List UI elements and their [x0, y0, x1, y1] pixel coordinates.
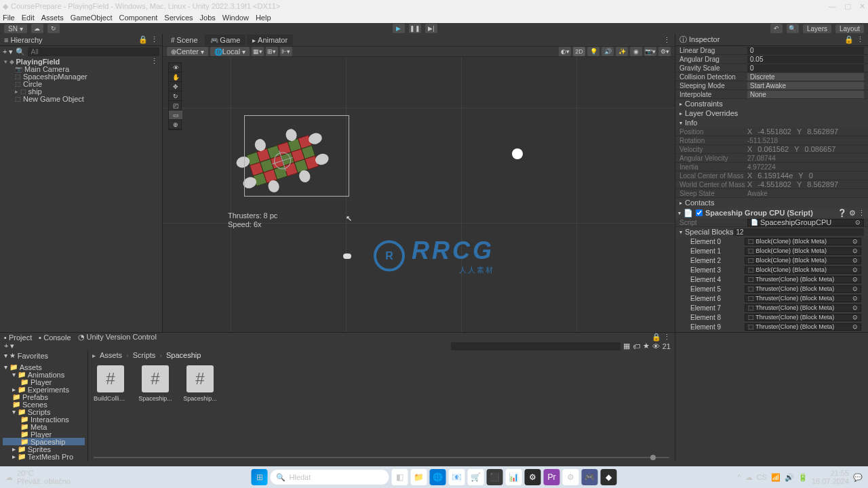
menu-jobs[interactable]: Jobs [200, 14, 216, 22]
thumbnail-size-slider[interactable] [94, 457, 669, 458]
folder-item[interactable]: ▾ 📁 Assets [3, 363, 85, 371]
lighting-toggle-icon[interactable]: 💡 [587, 47, 599, 56]
rect-tool-icon[interactable]: ▭ [169, 110, 182, 120]
scene-view[interactable]: 👁 ✋ ✥ ↻ ◰ ▭ ⊕ [163, 57, 675, 332]
menu-edit[interactable]: Edit [22, 14, 35, 22]
folder-item[interactable]: ▸ 📁 TextMesh Pro [3, 453, 85, 460]
app-icon[interactable]: 🌐 [430, 469, 446, 485]
start-button[interactable]: ⊞ [252, 469, 268, 485]
scene-cam-icon[interactable]: 📷▾ [644, 47, 656, 56]
sleeping-mode-dropdown[interactable]: Start Awake [747, 82, 864, 89]
gizmos-dropdown[interactable]: ⚙▾ [658, 47, 671, 56]
view-tool-icon[interactable]: 👁 [169, 63, 182, 73]
hierarchy-tab[interactable]: ≡ Hierarchy [4, 36, 43, 44]
constraints-foldout[interactable]: Constraints [685, 100, 723, 108]
layer-overrides-foldout[interactable]: Layer Overrides [685, 109, 738, 117]
app-icon[interactable]: Pr [544, 469, 560, 485]
folder-item[interactable]: ▸ 📁 Sprites [3, 445, 85, 453]
hierarchy-item[interactable]: ▸ ⬚ship [3, 87, 159, 95]
undo-history-icon[interactable]: ↶ [770, 24, 783, 33]
transform-tool-icon[interactable]: ⊕ [169, 120, 182, 129]
collision-detection-dropdown[interactable]: Discrete [747, 73, 864, 81]
folder-item[interactable]: 📁 Interactions [3, 415, 85, 423]
tab-console[interactable]: ▪ Console [39, 333, 71, 342]
hierarchy-item[interactable]: ⬚New Game Object [3, 95, 159, 102]
spaceship-cpu-component[interactable]: ▾📄Spaceship Group CPU (Script)❔ ⚙ ⋮ [675, 207, 868, 218]
tray-wifi-icon[interactable]: 📶 [771, 473, 781, 482]
menu-assets[interactable]: Assets [41, 14, 64, 22]
cloud-icon[interactable]: ☁ [31, 24, 43, 33]
tray-language[interactable]: CS [757, 473, 767, 481]
app-icon[interactable]: 📊 [506, 469, 522, 485]
folder-item[interactable]: ▸ 📁 Experiments [3, 386, 85, 393]
favorites-folder[interactable]: ▾ ★ Favorites [3, 352, 85, 359]
element-object-field[interactable]: ⬚ Block(Clone) (Block Meta)⊙ [745, 266, 861, 274]
hierarchy-lock-icon[interactable]: 🔒 [138, 35, 148, 44]
pause-button[interactable]: ❚❚ [409, 24, 421, 33]
asset-item[interactable]: #Spaceship... [183, 365, 217, 402]
inspector-lock-icon[interactable]: 🔒 [844, 35, 854, 44]
element-object-field[interactable]: ⬚ Block(Clone) (Block Meta)⊙ [745, 238, 861, 245]
rotate-tool-icon[interactable]: ↻ [169, 92, 182, 101]
step-button[interactable]: ▶| [425, 24, 437, 33]
selection-gizmo[interactable] [244, 115, 349, 197]
app-icon[interactable]: ⚙ [563, 469, 579, 485]
tray-onedrive-icon[interactable]: ☁ [745, 473, 753, 482]
tab-version-control[interactable]: ◔ Unity Version Control [78, 333, 157, 342]
app-icon[interactable]: 📧 [449, 469, 465, 485]
taskview-icon[interactable]: ◧ [392, 469, 408, 485]
app-icon[interactable]: 📁 [411, 469, 427, 485]
global-search-icon[interactable]: 🔍 [787, 24, 799, 33]
scene-row[interactable]: ▾ ◆PlayingField⋮ [3, 58, 159, 65]
maximize-button[interactable]: ▢ [844, 2, 851, 11]
hierarchy-search-input[interactable] [28, 47, 159, 56]
app-icon[interactable]: ⚙ [525, 469, 541, 485]
folder-item[interactable]: 📁 Meta [3, 423, 85, 430]
folder-item[interactable]: 📁 Player [3, 430, 85, 438]
tabs-more-icon[interactable]: ⋮ [663, 36, 675, 45]
app-icon[interactable]: ◆ [601, 469, 617, 485]
grid-toggle-icon[interactable]: ▦▾ [252, 47, 264, 56]
menu-services[interactable]: Services [164, 14, 193, 22]
element-object-field[interactable]: ⬚ Thruster(Clone) (Block Meta)⊙ [745, 276, 861, 283]
folder-item[interactable]: 📁 Scenes [3, 401, 85, 408]
taskbar-search[interactable]: 🔍Hledat [271, 470, 389, 485]
scale-tool-icon[interactable]: ◰ [169, 101, 182, 110]
tray-volume-icon[interactable]: 🔊 [785, 473, 794, 482]
menu-component[interactable]: Component [119, 14, 157, 22]
element-object-field[interactable]: ⬚ Block(Clone) (Block Meta)⊙ [745, 247, 861, 255]
fx-toggle-icon[interactable]: ✨ [616, 47, 628, 56]
plus-icon[interactable]: + ▾ [4, 342, 14, 350]
tab-game[interactable]: 🎮 Game [205, 35, 246, 45]
space-dropdown[interactable]: 🌐Local ▾ [210, 47, 250, 56]
plus-icon[interactable]: + ▾ [3, 47, 13, 56]
component-enabled-checkbox[interactable] [696, 209, 703, 216]
layout-dropdown[interactable]: Layout [835, 24, 864, 33]
element-object-field[interactable]: ⬚ Thruster(Clone) (Block Meta)⊙ [745, 285, 861, 293]
draw-mode-icon[interactable]: ◐▾ [559, 47, 571, 56]
menu-gameobject[interactable]: GameObject [71, 14, 113, 22]
special-blocks-foldout[interactable]: Special Blocks [685, 228, 734, 236]
tab-scene[interactable]: # Scene [165, 35, 203, 45]
app-icon[interactable]: ⬛ [487, 469, 503, 485]
info-foldout[interactable]: Info [685, 119, 697, 127]
weather-widget[interactable]: 20°CPřeváž. oblačno [17, 469, 71, 485]
folder-item[interactable]: ▾ 📁 Scripts [3, 408, 85, 415]
hand-tool-icon[interactable]: ✋ [169, 73, 182, 82]
scene-vis-icon[interactable]: ◉ [630, 47, 642, 56]
search-by-label-icon[interactable]: 🏷 [633, 342, 640, 350]
element-object-field[interactable]: ⬚ Block(Clone) (Block Meta)⊙ [745, 257, 861, 264]
circle-object[interactable] [512, 148, 523, 159]
tray-battery-icon[interactable]: 🔋 [798, 473, 808, 482]
hierarchy-item[interactable]: 📷Main Camera [3, 65, 159, 73]
app-icon[interactable]: 🎮 [582, 469, 598, 485]
hierarchy-more-icon[interactable]: ⋮ [151, 35, 158, 44]
weather-icon[interactable]: ☁ [5, 473, 13, 482]
scene-more-icon[interactable]: ⋮ [151, 57, 158, 66]
inspector-more-icon[interactable]: ⋮ [856, 35, 864, 44]
project-search-input[interactable] [451, 342, 620, 350]
snap-icon[interactable]: ⊞▾ [266, 47, 278, 56]
layers-dropdown[interactable]: Layers [803, 24, 831, 33]
element-object-field[interactable]: ⬚ Thruster(Clone) (Block Meta)⊙ [745, 295, 861, 302]
play-button[interactable]: ▶ [393, 24, 405, 33]
